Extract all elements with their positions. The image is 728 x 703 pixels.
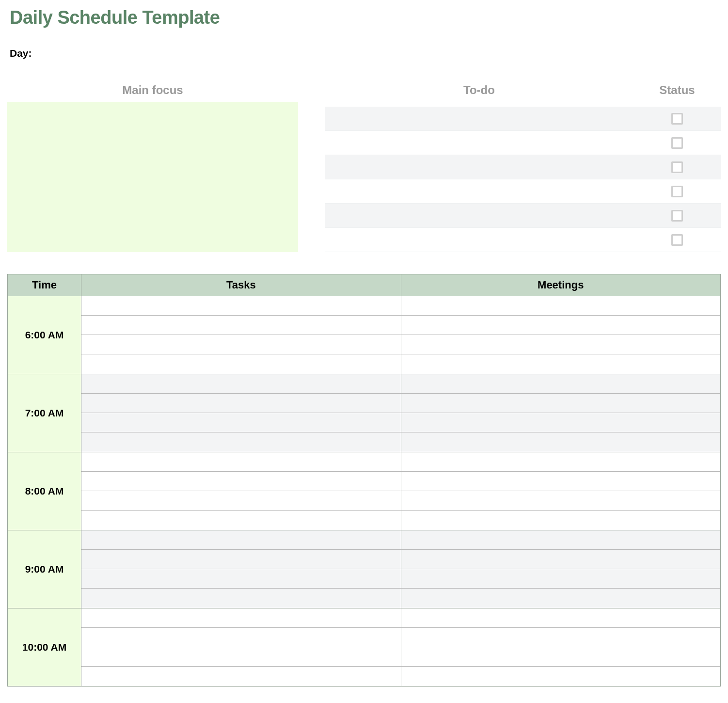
- main-focus-column: Main focus: [7, 83, 298, 252]
- meeting-cell[interactable]: [401, 394, 721, 413]
- meeting-cell[interactable]: [401, 589, 721, 608]
- task-cell[interactable]: [81, 491, 401, 510]
- page-title: Daily Schedule Template: [10, 7, 721, 28]
- task-cell[interactable]: [81, 550, 401, 569]
- slot-row: [81, 432, 720, 452]
- slot-group: [81, 374, 720, 452]
- status-header: Status: [633, 83, 721, 97]
- todo-row: [325, 179, 721, 204]
- status-cell: [633, 137, 721, 149]
- slot-row: [81, 608, 720, 628]
- todo-text-input[interactable]: [325, 184, 633, 199]
- checkbox-icon[interactable]: [671, 234, 683, 246]
- task-cell[interactable]: [81, 472, 401, 491]
- meeting-cell[interactable]: [401, 511, 721, 530]
- todo-row: [325, 155, 721, 179]
- slot-row: [81, 589, 720, 608]
- meeting-cell[interactable]: [401, 530, 721, 549]
- task-cell[interactable]: [81, 413, 401, 432]
- task-cell[interactable]: [81, 511, 401, 530]
- slot-row: [81, 530, 720, 550]
- slot-row: [81, 550, 720, 569]
- task-cell[interactable]: [81, 316, 401, 335]
- meeting-cell[interactable]: [401, 667, 721, 686]
- meeting-cell[interactable]: [401, 316, 721, 335]
- time-cell: 7:00 AM: [8, 374, 81, 452]
- meeting-cell[interactable]: [401, 491, 721, 510]
- task-cell[interactable]: [81, 354, 401, 374]
- meeting-cell[interactable]: [401, 374, 721, 393]
- task-cell[interactable]: [81, 667, 401, 686]
- meeting-cell[interactable]: [401, 354, 721, 374]
- schedule-header-row: Time Tasks Meetings: [8, 274, 720, 296]
- time-cell: 9:00 AM: [8, 530, 81, 608]
- checkbox-icon[interactable]: [671, 186, 683, 197]
- task-cell[interactable]: [81, 608, 401, 627]
- todo-header: To-do: [325, 83, 633, 97]
- checkbox-icon[interactable]: [671, 137, 683, 149]
- top-section: Main focus To-do Status: [7, 83, 721, 252]
- meeting-cell[interactable]: [401, 452, 721, 471]
- meeting-cell[interactable]: [401, 628, 721, 647]
- time-cell: 8:00 AM: [8, 452, 81, 530]
- task-cell[interactable]: [81, 296, 401, 315]
- todo-text-input[interactable]: [325, 160, 633, 175]
- task-cell[interactable]: [81, 569, 401, 588]
- slot-row: [81, 647, 720, 667]
- meeting-cell[interactable]: [401, 335, 721, 354]
- slot-row: [81, 413, 720, 432]
- slot-row: [81, 667, 720, 686]
- hour-block: 10:00 AM: [8, 608, 720, 686]
- meeting-cell[interactable]: [401, 608, 721, 627]
- todo-text-input[interactable]: [325, 136, 633, 150]
- col-header-meetings: Meetings: [401, 274, 721, 296]
- slot-row: [81, 511, 720, 530]
- todo-text-input[interactable]: [325, 233, 633, 247]
- task-cell[interactable]: [81, 628, 401, 647]
- slot-group: [81, 452, 720, 530]
- status-cell: [633, 113, 721, 125]
- status-cell: [633, 186, 721, 197]
- meeting-cell[interactable]: [401, 569, 721, 588]
- schedule-body: 6:00 AM7:00 AM8:00 AM9:00 AM10:00 AM: [8, 296, 720, 686]
- task-cell[interactable]: [81, 432, 401, 452]
- slot-row: [81, 491, 720, 511]
- meeting-cell[interactable]: [401, 296, 721, 315]
- task-cell[interactable]: [81, 452, 401, 471]
- task-cell[interactable]: [81, 530, 401, 549]
- todo-list: [325, 107, 721, 252]
- todo-text-input[interactable]: [325, 208, 633, 223]
- slot-row: [81, 452, 720, 472]
- status-cell: [633, 210, 721, 222]
- task-cell[interactable]: [81, 589, 401, 608]
- slot-group: [81, 530, 720, 608]
- checkbox-icon[interactable]: [671, 113, 683, 125]
- status-cell: [633, 234, 721, 246]
- meeting-cell[interactable]: [401, 550, 721, 569]
- slot-group: [81, 296, 720, 374]
- meeting-cell[interactable]: [401, 472, 721, 491]
- todo-row: [325, 228, 721, 252]
- meeting-cell[interactable]: [401, 432, 721, 452]
- task-cell[interactable]: [81, 374, 401, 393]
- slot-row: [81, 296, 720, 316]
- main-focus-input[interactable]: [7, 102, 298, 252]
- task-cell[interactable]: [81, 335, 401, 354]
- slot-row: [81, 354, 720, 374]
- day-label: Day:: [10, 48, 721, 59]
- schedule-table: Time Tasks Meetings 6:00 AM7:00 AM8:00 A…: [7, 274, 721, 687]
- todo-column: To-do Status: [325, 83, 721, 252]
- todo-row: [325, 204, 721, 228]
- todo-text-input[interactable]: [325, 112, 633, 126]
- hour-block: 8:00 AM: [8, 452, 720, 530]
- slot-row: [81, 628, 720, 647]
- checkbox-icon[interactable]: [671, 161, 683, 173]
- meeting-cell[interactable]: [401, 647, 721, 666]
- main-focus-header: Main focus: [7, 83, 298, 97]
- meeting-cell[interactable]: [401, 413, 721, 432]
- slot-row: [81, 335, 720, 354]
- task-cell[interactable]: [81, 647, 401, 666]
- slot-row: [81, 472, 720, 491]
- checkbox-icon[interactable]: [671, 210, 683, 222]
- task-cell[interactable]: [81, 394, 401, 413]
